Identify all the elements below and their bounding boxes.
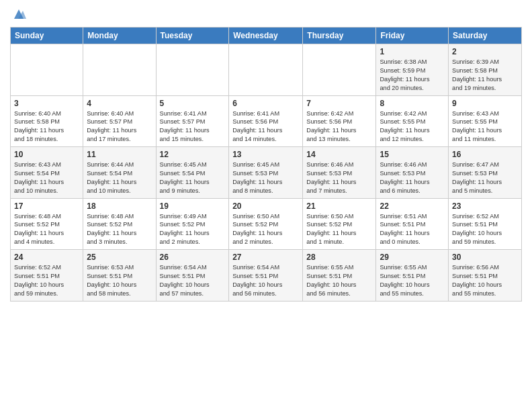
calendar-cell: 23Sunrise: 6:52 AM Sunset: 5:51 PM Dayli… (449, 198, 522, 250)
day-info: Sunrise: 6:40 AM Sunset: 5:57 PM Dayligh… (87, 109, 152, 144)
calendar-header: SundayMondayTuesdayWednesdayThursdayFrid… (11, 28, 522, 44)
calendar-cell: 8Sunrise: 6:42 AM Sunset: 5:55 PM Daylig… (376, 95, 449, 147)
day-number: 4 (87, 99, 152, 108)
day-info: Sunrise: 6:40 AM Sunset: 5:58 PM Dayligh… (14, 109, 79, 144)
week-row-1: 1Sunrise: 6:38 AM Sunset: 5:59 PM Daylig… (11, 44, 522, 96)
calendar-cell: 19Sunrise: 6:49 AM Sunset: 5:52 PM Dayli… (156, 198, 229, 250)
day-info: Sunrise: 6:51 AM Sunset: 5:51 PM Dayligh… (380, 212, 445, 247)
day-header-thursday: Thursday (303, 28, 376, 44)
day-number: 8 (380, 99, 445, 108)
day-number: 17 (14, 201, 79, 211)
calendar-cell: 27Sunrise: 6:54 AM Sunset: 5:51 PM Dayli… (229, 250, 303, 302)
day-number: 20 (232, 201, 299, 211)
day-info: Sunrise: 6:53 AM Sunset: 5:51 PM Dayligh… (87, 263, 152, 298)
calendar-cell: 13Sunrise: 6:45 AM Sunset: 5:53 PM Dayli… (229, 147, 303, 199)
day-header-wednesday: Wednesday (229, 28, 303, 44)
calendar-cell (229, 44, 303, 96)
day-info: Sunrise: 6:54 AM Sunset: 5:51 PM Dayligh… (160, 263, 226, 298)
week-row-4: 17Sunrise: 6:48 AM Sunset: 5:52 PM Dayli… (11, 198, 522, 250)
week-row-2: 3Sunrise: 6:40 AM Sunset: 5:58 PM Daylig… (11, 95, 522, 147)
header-row: SundayMondayTuesdayWednesdayThursdayFrid… (11, 28, 522, 44)
day-info: Sunrise: 6:55 AM Sunset: 5:51 PM Dayligh… (306, 263, 372, 298)
calendar-cell: 21Sunrise: 6:50 AM Sunset: 5:52 PM Dayli… (303, 198, 376, 250)
logo-icon (11, 7, 26, 21)
calendar-cell (11, 44, 83, 96)
day-info: Sunrise: 6:45 AM Sunset: 5:54 PM Dayligh… (160, 161, 226, 195)
day-info: Sunrise: 6:52 AM Sunset: 5:51 PM Dayligh… (452, 212, 518, 247)
day-number: 10 (14, 150, 79, 159)
day-number: 6 (232, 99, 299, 108)
calendar-cell: 9Sunrise: 6:43 AM Sunset: 5:55 PM Daylig… (449, 95, 522, 147)
day-number: 2 (452, 47, 518, 56)
day-info: Sunrise: 6:50 AM Sunset: 5:52 PM Dayligh… (232, 212, 299, 247)
calendar-cell: 24Sunrise: 6:52 AM Sunset: 5:51 PM Dayli… (11, 250, 83, 302)
day-info: Sunrise: 6:49 AM Sunset: 5:52 PM Dayligh… (160, 212, 226, 247)
day-number: 15 (380, 150, 445, 159)
day-number: 30 (452, 253, 518, 262)
calendar-cell: 28Sunrise: 6:55 AM Sunset: 5:51 PM Dayli… (303, 250, 376, 302)
calendar-cell: 11Sunrise: 6:44 AM Sunset: 5:54 PM Dayli… (83, 147, 156, 199)
day-info: Sunrise: 6:48 AM Sunset: 5:52 PM Dayligh… (14, 212, 79, 247)
day-number: 22 (380, 201, 445, 211)
day-number: 16 (452, 150, 518, 159)
day-info: Sunrise: 6:54 AM Sunset: 5:51 PM Dayligh… (232, 263, 299, 298)
calendar-cell: 1Sunrise: 6:38 AM Sunset: 5:59 PM Daylig… (376, 44, 449, 96)
day-info: Sunrise: 6:47 AM Sunset: 5:53 PM Dayligh… (452, 161, 518, 195)
header (10, 7, 522, 21)
calendar-table: SundayMondayTuesdayWednesdayThursdayFrid… (10, 27, 522, 302)
day-number: 13 (232, 150, 299, 159)
calendar-cell: 3Sunrise: 6:40 AM Sunset: 5:58 PM Daylig… (11, 95, 83, 147)
day-info: Sunrise: 6:50 AM Sunset: 5:52 PM Dayligh… (306, 212, 372, 247)
calendar-cell: 4Sunrise: 6:40 AM Sunset: 5:57 PM Daylig… (83, 95, 156, 147)
day-info: Sunrise: 6:56 AM Sunset: 5:51 PM Dayligh… (452, 263, 518, 298)
day-header-friday: Friday (376, 28, 449, 44)
day-number: 18 (87, 201, 152, 211)
calendar-cell: 7Sunrise: 6:42 AM Sunset: 5:56 PM Daylig… (303, 95, 376, 147)
day-number: 27 (232, 253, 299, 262)
calendar-cell (83, 44, 156, 96)
day-info: Sunrise: 6:41 AM Sunset: 5:57 PM Dayligh… (160, 109, 226, 144)
page: SundayMondayTuesdayWednesdayThursdayFrid… (0, 0, 532, 308)
day-info: Sunrise: 6:41 AM Sunset: 5:56 PM Dayligh… (232, 109, 299, 144)
calendar-cell: 2Sunrise: 6:39 AM Sunset: 5:58 PM Daylig… (449, 44, 522, 96)
day-info: Sunrise: 6:55 AM Sunset: 5:51 PM Dayligh… (380, 263, 445, 298)
calendar-cell: 30Sunrise: 6:56 AM Sunset: 5:51 PM Dayli… (449, 250, 522, 302)
day-info: Sunrise: 6:52 AM Sunset: 5:51 PM Dayligh… (14, 263, 79, 298)
calendar-cell: 14Sunrise: 6:46 AM Sunset: 5:53 PM Dayli… (303, 147, 376, 199)
day-info: Sunrise: 6:38 AM Sunset: 5:59 PM Dayligh… (380, 58, 445, 93)
day-info: Sunrise: 6:42 AM Sunset: 5:55 PM Dayligh… (380, 109, 445, 144)
day-number: 19 (160, 201, 226, 211)
day-number: 24 (14, 253, 79, 262)
day-info: Sunrise: 6:45 AM Sunset: 5:53 PM Dayligh… (232, 161, 299, 195)
day-number: 23 (452, 201, 518, 211)
day-number: 26 (160, 253, 226, 262)
week-row-3: 10Sunrise: 6:43 AM Sunset: 5:54 PM Dayli… (11, 147, 522, 199)
calendar-cell: 18Sunrise: 6:48 AM Sunset: 5:52 PM Dayli… (83, 198, 156, 250)
day-info: Sunrise: 6:39 AM Sunset: 5:58 PM Dayligh… (452, 58, 518, 93)
day-number: 21 (306, 201, 372, 211)
day-number: 5 (160, 99, 226, 108)
calendar-cell: 29Sunrise: 6:55 AM Sunset: 5:51 PM Dayli… (376, 250, 449, 302)
day-header-monday: Monday (83, 28, 156, 44)
day-info: Sunrise: 6:44 AM Sunset: 5:54 PM Dayligh… (87, 161, 152, 195)
day-number: 28 (306, 253, 372, 262)
calendar-cell: 12Sunrise: 6:45 AM Sunset: 5:54 PM Dayli… (156, 147, 229, 199)
day-info: Sunrise: 6:48 AM Sunset: 5:52 PM Dayligh… (87, 212, 152, 247)
day-info: Sunrise: 6:43 AM Sunset: 5:54 PM Dayligh… (14, 161, 79, 195)
day-number: 1 (380, 47, 445, 56)
day-number: 25 (87, 253, 152, 262)
calendar-cell: 20Sunrise: 6:50 AM Sunset: 5:52 PM Dayli… (229, 198, 303, 250)
day-number: 12 (160, 150, 226, 159)
day-info: Sunrise: 6:46 AM Sunset: 5:53 PM Dayligh… (380, 161, 445, 195)
day-header-saturday: Saturday (449, 28, 522, 44)
calendar-cell: 5Sunrise: 6:41 AM Sunset: 5:57 PM Daylig… (156, 95, 229, 147)
calendar-cell: 15Sunrise: 6:46 AM Sunset: 5:53 PM Dayli… (376, 147, 449, 199)
logo (10, 7, 26, 21)
week-row-5: 24Sunrise: 6:52 AM Sunset: 5:51 PM Dayli… (11, 250, 522, 302)
day-number: 7 (306, 99, 372, 108)
calendar-cell: 26Sunrise: 6:54 AM Sunset: 5:51 PM Dayli… (156, 250, 229, 302)
day-number: 11 (87, 150, 152, 159)
day-number: 3 (14, 99, 79, 108)
day-header-sunday: Sunday (11, 28, 83, 44)
day-header-tuesday: Tuesday (156, 28, 229, 44)
